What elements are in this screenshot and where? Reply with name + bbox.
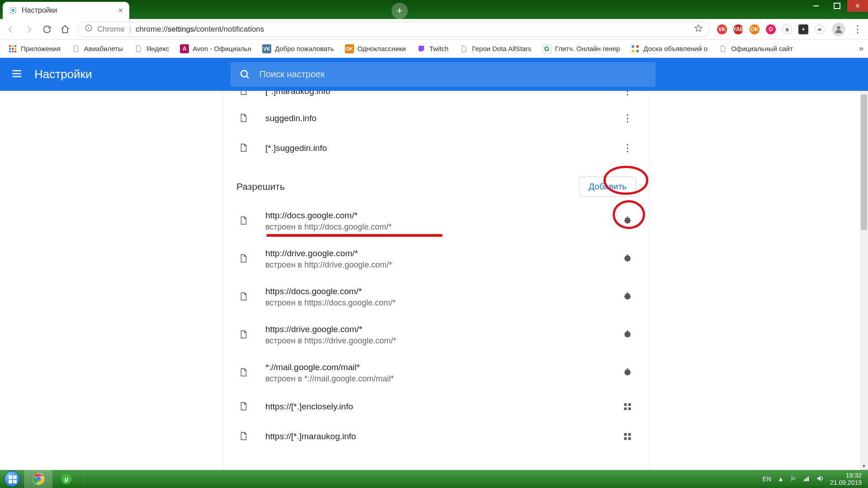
- page-icon: [459, 44, 468, 53]
- bookmark-item[interactable]: VKДобро пожаловать: [259, 42, 338, 55]
- bookmark-star-icon[interactable]: [694, 23, 703, 35]
- extension-source-icon[interactable]: [621, 252, 634, 266]
- site-actions-button[interactable]: ⋮: [621, 91, 634, 98]
- scrollbar-thumb[interactable]: [861, 94, 867, 230]
- site-embed-info: встроен в http://drive.google.com/*: [265, 260, 621, 270]
- site-url: https://docs.google.com/*: [265, 286, 621, 296]
- url-text: chrome://settings/content/notifications: [136, 25, 264, 34]
- svg-rect-7: [12, 48, 14, 50]
- site-row: https://drive.google.com/*встроен в http…: [224, 316, 649, 354]
- chrome-menu-button[interactable]: ⋮: [853, 23, 863, 35]
- scroll-down-arrow[interactable]: ▼: [860, 462, 868, 470]
- avon-icon: A: [180, 44, 189, 53]
- svg-rect-8: [14, 48, 16, 50]
- site-actions-button[interactable]: ⋮: [621, 141, 634, 155]
- taskbar-chrome[interactable]: [24, 470, 52, 488]
- home-button[interactable]: [60, 24, 71, 35]
- bookmark-item[interactable]: AAvon - Официальн: [176, 42, 255, 55]
- extension-source-icon[interactable]: [621, 214, 634, 228]
- tray-arrow-icon[interactable]: ▲: [778, 475, 784, 483]
- minimize-button[interactable]: [806, 0, 826, 12]
- bookmark-item[interactable]: Twitch: [413, 42, 453, 55]
- page-icon: [71, 44, 80, 53]
- tab-strip: Настройки × +: [0, 0, 868, 19]
- tray-volume-icon[interactable]: [816, 475, 824, 483]
- svg-rect-22: [628, 433, 631, 436]
- source-app-icon[interactable]: [621, 430, 634, 443]
- taskbar-utorrent[interactable]: μ: [52, 470, 80, 488]
- site-row: http://docs.google.com/*встроен в http:/…: [224, 202, 649, 240]
- svg-rect-17: [624, 404, 627, 406]
- reload-button[interactable]: [42, 24, 52, 35]
- bookmark-item[interactable]: Авиабилеты: [68, 42, 127, 55]
- windows-taskbar: μ EN ▲ 🏳 19:32 21.09.2019: [0, 470, 868, 488]
- browser-window: Настройки × + Chrome | chrome://settings…: [0, 0, 868, 470]
- page-icon: [238, 329, 249, 340]
- close-window-button[interactable]: [847, 0, 868, 12]
- ok-icon: OK: [345, 44, 354, 53]
- extension-source-icon[interactable]: [621, 328, 634, 342]
- bookmark-item[interactable]: Герои Dota AllStars: [456, 42, 535, 55]
- site-row: https://docs.google.com/*встроен в https…: [224, 278, 649, 316]
- site-info-icon[interactable]: [85, 24, 93, 34]
- settings-search[interactable]: [231, 62, 656, 87]
- site-row: [*.]maraukog.info ⋮: [224, 91, 649, 103]
- profile-avatar[interactable]: [832, 23, 845, 36]
- address-bar[interactable]: Chrome | chrome://settings/content/notif…: [78, 22, 710, 37]
- allow-section-header: Разрешить Добавить: [224, 177, 649, 197]
- active-tab[interactable]: Настройки ×: [3, 2, 129, 19]
- back-button[interactable]: [5, 24, 16, 35]
- settings-search-input[interactable]: [259, 69, 646, 80]
- svg-rect-19: [624, 408, 627, 410]
- site-actions-button[interactable]: ⋮: [621, 112, 634, 125]
- add-site-button[interactable]: Добавить: [579, 177, 636, 197]
- svg-point-16: [241, 70, 247, 77]
- close-tab-icon[interactable]: ×: [118, 6, 123, 15]
- extension-icon[interactable]: O: [766, 24, 776, 34]
- extension-icon[interactable]: OK: [750, 24, 760, 34]
- site-row: https://[*.]enclosely.info: [224, 392, 649, 422]
- extension-icon[interactable]: +: [798, 24, 808, 34]
- tray-flag-icon[interactable]: 🏳: [790, 475, 797, 483]
- bookmarks-bar: Приложения Авиабилеты Яндекс AAvon - Офи…: [0, 40, 868, 58]
- menu-button[interactable]: [11, 68, 23, 81]
- vk-icon: VK: [262, 44, 271, 53]
- bookmark-item[interactable]: Доска объявлений о: [627, 42, 711, 55]
- extension-icon[interactable]: VK: [717, 24, 727, 34]
- start-button[interactable]: [0, 470, 24, 488]
- page-scrollbar[interactable]: ▲ ▼: [860, 91, 868, 470]
- svg-point-12: [632, 45, 634, 48]
- tab-title: Настройки: [22, 6, 57, 14]
- twitch-icon: [417, 44, 426, 53]
- extension-icon[interactable]: a: [782, 24, 792, 34]
- svg-rect-6: [9, 48, 11, 50]
- bookmark-item[interactable]: Официальный сайт: [715, 42, 797, 55]
- extension-icon[interactable]: ∞: [815, 24, 825, 34]
- tray-network-icon[interactable]: [803, 475, 810, 483]
- extensions-row: VK YAB OK O a + ∞: [717, 24, 825, 34]
- svg-point-14: [632, 50, 634, 52]
- bookmark-item[interactable]: GГлитч. Онлайн генер: [539, 42, 624, 55]
- bookmarks-overflow-button[interactable]: »: [859, 44, 863, 53]
- forward-button[interactable]: [24, 24, 34, 35]
- new-tab-button[interactable]: +: [392, 3, 408, 19]
- svg-rect-9: [9, 51, 11, 52]
- tray-language[interactable]: EN: [763, 475, 771, 483]
- page-icon: [238, 216, 249, 226]
- background-tab[interactable]: [132, 3, 259, 19]
- page-icon: [238, 143, 249, 154]
- board-icon: [631, 44, 640, 53]
- bookmark-item[interactable]: OKОдноклассники: [341, 42, 410, 55]
- bookmark-item[interactable]: Яндекс: [130, 42, 173, 55]
- svg-point-2: [837, 26, 840, 29]
- extension-source-icon[interactable]: [621, 290, 634, 304]
- extension-source-icon[interactable]: [621, 366, 634, 380]
- svg-rect-21: [624, 433, 627, 436]
- svg-rect-5: [14, 45, 16, 47]
- maximize-button[interactable]: [826, 0, 847, 12]
- source-app-icon[interactable]: [621, 400, 634, 413]
- bookmark-item[interactable]: Приложения: [5, 42, 64, 55]
- tray-clock[interactable]: 19:32 21.09.2019: [830, 472, 863, 486]
- background-tab[interactable]: [261, 3, 388, 19]
- extension-icon[interactable]: YAB: [733, 24, 743, 34]
